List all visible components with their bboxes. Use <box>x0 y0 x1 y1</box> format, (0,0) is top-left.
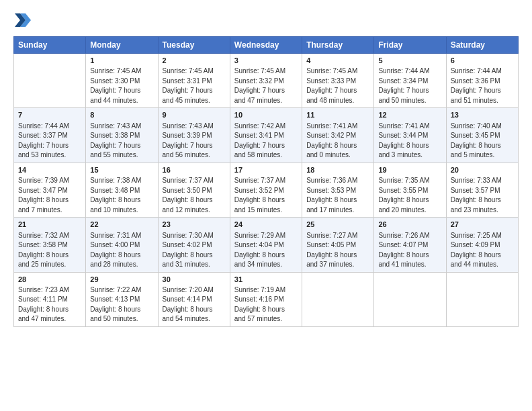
day-info: Sunrise: 7:25 AMSunset: 4:09 PMDaylight:… <box>451 231 514 270</box>
calendar-cell: 7Sunrise: 7:44 AMSunset: 3:37 PMDaylight… <box>14 108 86 163</box>
day-info: Sunrise: 7:27 AMSunset: 4:05 PMDaylight:… <box>306 231 369 270</box>
calendar-cell: 6Sunrise: 7:44 AMSunset: 3:36 PMDaylight… <box>446 54 518 108</box>
calendar-cell: 17Sunrise: 7:37 AMSunset: 3:52 PMDayligh… <box>230 163 302 217</box>
header <box>13 11 519 30</box>
calendar-cell: 13Sunrise: 7:40 AMSunset: 3:45 PMDayligh… <box>446 108 518 163</box>
day-info: Sunrise: 7:23 AMSunset: 4:11 PMDaylight:… <box>18 285 81 324</box>
day-info: Sunrise: 7:38 AMSunset: 3:48 PMDaylight:… <box>90 176 153 215</box>
calendar-cell: 5Sunrise: 7:44 AMSunset: 3:34 PMDaylight… <box>374 54 446 108</box>
day-info: Sunrise: 7:45 AMSunset: 3:32 PMDaylight:… <box>234 66 298 105</box>
day-number: 11 <box>306 110 369 120</box>
day-info: Sunrise: 7:44 AMSunset: 3:34 PMDaylight:… <box>378 66 441 105</box>
calendar-cell: 24Sunrise: 7:29 AMSunset: 4:04 PMDayligh… <box>230 218 302 272</box>
calendar-cell: 19Sunrise: 7:35 AMSunset: 3:55 PMDayligh… <box>374 163 446 217</box>
day-number: 20 <box>451 165 514 175</box>
calendar-cell: 12Sunrise: 7:41 AMSunset: 3:44 PMDayligh… <box>374 108 446 163</box>
calendar-cell: 14Sunrise: 7:39 AMSunset: 3:47 PMDayligh… <box>14 163 86 217</box>
calendar-cell <box>14 54 86 108</box>
day-info: Sunrise: 7:31 AMSunset: 4:00 PMDaylight:… <box>90 231 153 270</box>
calendar-cell: 26Sunrise: 7:26 AMSunset: 4:07 PMDayligh… <box>374 218 446 272</box>
calendar-cell: 25Sunrise: 7:27 AMSunset: 4:05 PMDayligh… <box>302 218 374 272</box>
calendar-cell: 20Sunrise: 7:33 AMSunset: 3:57 PMDayligh… <box>446 163 518 217</box>
day-info: Sunrise: 7:22 AMSunset: 4:13 PMDaylight:… <box>90 285 153 324</box>
day-info: Sunrise: 7:41 AMSunset: 3:44 PMDaylight:… <box>378 122 441 161</box>
logo <box>13 11 35 30</box>
calendar-cell: 11Sunrise: 7:41 AMSunset: 3:42 PMDayligh… <box>302 108 374 163</box>
day-info: Sunrise: 7:43 AMSunset: 3:39 PMDaylight:… <box>163 122 226 161</box>
day-info: Sunrise: 7:42 AMSunset: 3:41 PMDaylight:… <box>234 122 298 161</box>
week-row-5: 28Sunrise: 7:23 AMSunset: 4:11 PMDayligh… <box>14 272 519 326</box>
calendar-cell: 3Sunrise: 7:45 AMSunset: 3:32 PMDaylight… <box>230 54 302 108</box>
day-number: 24 <box>234 220 298 230</box>
week-row-4: 21Sunrise: 7:32 AMSunset: 3:58 PMDayligh… <box>14 218 519 272</box>
header-day-sunday: Sunday <box>14 37 86 54</box>
calendar-cell: 10Sunrise: 7:42 AMSunset: 3:41 PMDayligh… <box>230 108 302 163</box>
day-number: 2 <box>163 56 226 66</box>
calendar-cell: 15Sunrise: 7:38 AMSunset: 3:48 PMDayligh… <box>86 163 158 217</box>
day-number: 17 <box>234 165 298 175</box>
calendar-cell: 2Sunrise: 7:45 AMSunset: 3:31 PMDaylight… <box>158 54 230 108</box>
calendar-cell <box>446 272 518 326</box>
day-info: Sunrise: 7:19 AMSunset: 4:16 PMDaylight:… <box>234 285 298 324</box>
day-info: Sunrise: 7:26 AMSunset: 4:07 PMDaylight:… <box>378 231 441 270</box>
day-number: 23 <box>163 220 226 230</box>
day-number: 16 <box>163 165 226 175</box>
header-day-monday: Monday <box>86 37 158 54</box>
day-info: Sunrise: 7:43 AMSunset: 3:38 PMDaylight:… <box>90 122 153 161</box>
day-info: Sunrise: 7:37 AMSunset: 3:50 PMDaylight:… <box>163 176 226 215</box>
day-info: Sunrise: 7:37 AMSunset: 3:52 PMDaylight:… <box>234 176 298 215</box>
week-row-1: 1Sunrise: 7:45 AMSunset: 3:30 PMDaylight… <box>14 54 519 108</box>
calendar-header: SundayMondayTuesdayWednesdayThursdayFrid… <box>14 37 519 54</box>
header-day-saturday: Saturday <box>446 37 518 54</box>
day-number: 12 <box>378 110 441 120</box>
day-number: 1 <box>90 56 153 66</box>
calendar-cell: 31Sunrise: 7:19 AMSunset: 4:16 PMDayligh… <box>230 272 302 326</box>
week-row-2: 7Sunrise: 7:44 AMSunset: 3:37 PMDaylight… <box>14 108 519 163</box>
calendar-cell: 23Sunrise: 7:30 AMSunset: 4:02 PMDayligh… <box>158 218 230 272</box>
day-number: 22 <box>90 220 153 230</box>
day-number: 25 <box>306 220 369 230</box>
day-info: Sunrise: 7:44 AMSunset: 3:37 PMDaylight:… <box>18 122 81 161</box>
day-info: Sunrise: 7:32 AMSunset: 3:58 PMDaylight:… <box>18 231 81 270</box>
day-number: 28 <box>18 275 81 285</box>
day-number: 4 <box>306 56 369 66</box>
day-number: 18 <box>306 165 369 175</box>
day-info: Sunrise: 7:45 AMSunset: 3:30 PMDaylight:… <box>90 66 153 105</box>
day-number: 14 <box>18 165 81 175</box>
header-row: SundayMondayTuesdayWednesdayThursdayFrid… <box>14 37 519 54</box>
header-day-wednesday: Wednesday <box>230 37 302 54</box>
calendar-cell <box>374 272 446 326</box>
calendar-table: SundayMondayTuesdayWednesdayThursdayFrid… <box>13 36 519 327</box>
logo-icon <box>13 11 32 30</box>
day-info: Sunrise: 7:33 AMSunset: 3:57 PMDaylight:… <box>451 176 514 215</box>
day-info: Sunrise: 7:29 AMSunset: 4:04 PMDaylight:… <box>234 231 298 270</box>
calendar-cell: 8Sunrise: 7:43 AMSunset: 3:38 PMDaylight… <box>86 108 158 163</box>
day-info: Sunrise: 7:20 AMSunset: 4:14 PMDaylight:… <box>163 285 226 324</box>
header-day-friday: Friday <box>374 37 446 54</box>
calendar-cell: 29Sunrise: 7:22 AMSunset: 4:13 PMDayligh… <box>86 272 158 326</box>
day-number: 13 <box>451 110 514 120</box>
calendar-cell: 22Sunrise: 7:31 AMSunset: 4:00 PMDayligh… <box>86 218 158 272</box>
day-number: 9 <box>163 110 226 120</box>
calendar-cell: 18Sunrise: 7:36 AMSunset: 3:53 PMDayligh… <box>302 163 374 217</box>
day-info: Sunrise: 7:44 AMSunset: 3:36 PMDaylight:… <box>451 66 514 105</box>
header-day-thursday: Thursday <box>302 37 374 54</box>
day-number: 5 <box>378 56 441 66</box>
day-info: Sunrise: 7:35 AMSunset: 3:55 PMDaylight:… <box>378 176 441 215</box>
calendar-cell: 28Sunrise: 7:23 AMSunset: 4:11 PMDayligh… <box>14 272 86 326</box>
day-number: 7 <box>18 110 81 120</box>
week-row-3: 14Sunrise: 7:39 AMSunset: 3:47 PMDayligh… <box>14 163 519 217</box>
day-info: Sunrise: 7:30 AMSunset: 4:02 PMDaylight:… <box>163 231 226 270</box>
day-number: 10 <box>234 110 298 120</box>
calendar-cell: 27Sunrise: 7:25 AMSunset: 4:09 PMDayligh… <box>446 218 518 272</box>
day-number: 19 <box>378 165 441 175</box>
calendar-cell: 9Sunrise: 7:43 AMSunset: 3:39 PMDaylight… <box>158 108 230 163</box>
calendar-cell: 21Sunrise: 7:32 AMSunset: 3:58 PMDayligh… <box>14 218 86 272</box>
day-number: 27 <box>451 220 514 230</box>
header-day-tuesday: Tuesday <box>158 37 230 54</box>
calendar-cell: 4Sunrise: 7:45 AMSunset: 3:33 PMDaylight… <box>302 54 374 108</box>
calendar-body: 1Sunrise: 7:45 AMSunset: 3:30 PMDaylight… <box>14 54 519 327</box>
day-info: Sunrise: 7:45 AMSunset: 3:33 PMDaylight:… <box>306 66 369 105</box>
day-info: Sunrise: 7:41 AMSunset: 3:42 PMDaylight:… <box>306 122 369 161</box>
day-number: 3 <box>234 56 298 66</box>
